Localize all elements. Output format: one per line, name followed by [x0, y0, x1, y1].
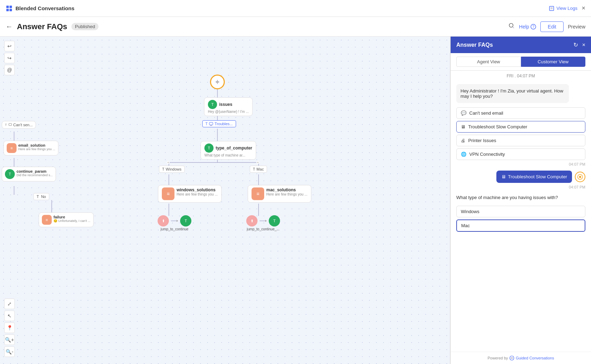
close-button[interactable]: × — [582, 5, 585, 12]
option-mac[interactable]: Mac — [456, 219, 585, 232]
right-panel: Answer FAQs ↻ × Agent View Customer View… — [450, 37, 591, 364]
help-icon: ? — [530, 24, 536, 30]
svg-rect-2 — [6, 9, 9, 11]
canvas-right-divider — [450, 37, 450, 364]
bot-avatar-icon — [577, 174, 583, 180]
panel-close-button[interactable]: × — [582, 41, 585, 48]
fit-screen-button[interactable]: ⤢ — [4, 299, 15, 309]
option-cant-send-email[interactable]: 💬 Can't send email — [456, 107, 585, 119]
option-printer-issues[interactable]: 🖨 Printer Issues — [456, 135, 585, 146]
header: ← Answer FAQs Published Help ? Edit Prev… — [0, 17, 591, 37]
pin-button[interactable]: 📍 — [4, 323, 15, 333]
branch-dot-left — [167, 161, 170, 164]
computer-icon: 🖥 — [461, 124, 465, 129]
status-badge: Published — [71, 23, 99, 30]
main-layout: T issues Hey @{userName} ! I'm ... T Tro… — [0, 37, 591, 364]
footer-powered-by: Powered by — [488, 356, 508, 360]
jump-to-continue-windows[interactable]: ⬆ T jump_to_continue — [158, 215, 191, 231]
svg-rect-33 — [209, 122, 213, 125]
agent-view-tab[interactable]: Agent View — [456, 57, 521, 67]
logs-icon — [549, 6, 554, 11]
app-title: Blended Conversations — [15, 5, 75, 11]
type-of-computer-node[interactable]: T type_of_computer What type of machine … — [201, 141, 256, 160]
continue-param-node[interactable]: T continue_param Did the recommended s..… — [2, 167, 56, 181]
vpn-icon: 🌐 — [461, 152, 466, 157]
printer-icon: 🖨 — [461, 138, 465, 143]
title-bar-right: View Logs × — [549, 5, 585, 12]
svg-rect-4 — [549, 6, 554, 11]
svg-rect-40 — [9, 123, 12, 126]
mac-solutions-node[interactable]: ≡ mac_solutions Here are few things you … — [248, 185, 311, 203]
failure-node[interactable]: ≡ failure 😔 Unfortunately, I can't ... — [39, 212, 94, 227]
machine-options: Windows Mac — [456, 206, 585, 232]
user-message-row: 🖥 Troubleshoot Slow Computer — [456, 171, 585, 183]
cursor-button[interactable]: ↖ — [4, 311, 15, 321]
svg-rect-0 — [6, 6, 9, 8]
zoom-in-button[interactable]: 🔍+ — [4, 334, 15, 345]
edit-button[interactable]: Edit — [540, 21, 564, 32]
no-branch[interactable]: T No — [33, 193, 49, 200]
panel-footer: Powered by Guided Conversations — [451, 352, 591, 364]
canvas-bottom-controls: ⤢ ↖ 📍 🔍+ 🔍- — [4, 299, 15, 357]
view-toggle: Agent View Customer View — [451, 53, 591, 71]
chat-icon-small — [8, 123, 12, 127]
user-avatar — [575, 172, 585, 182]
option-troubleshoot-slow-computer[interactable]: 🖥 Troubleshoot Slow Computer — [456, 121, 585, 133]
svg-line-8 — [513, 27, 514, 28]
windows-solutions-node[interactable]: ≡ windows_solutions Here are few things … — [158, 185, 222, 203]
svg-point-7 — [509, 24, 513, 27]
guided-conversations-icon — [509, 356, 514, 360]
customer-view-tab[interactable]: Customer View — [521, 57, 586, 67]
selected-computer-icon: 🖥 — [501, 174, 506, 179]
back-button[interactable]: ← — [6, 23, 13, 31]
start-icon — [214, 79, 221, 85]
panel-title: Answer FAQs — [456, 42, 493, 48]
email-solution-node[interactable]: ≡ email_solution Here are few things you… — [4, 141, 58, 155]
footer-brand: Guided Conversations — [516, 356, 554, 360]
view-logs-button[interactable]: View Logs — [549, 6, 578, 11]
panel-header: Answer FAQs ↻ × — [451, 37, 591, 53]
arrow-icon-2 — [259, 218, 267, 224]
undo-button[interactable]: ↩ — [4, 41, 15, 51]
svg-rect-3 — [9, 9, 12, 11]
help-button[interactable]: Help ? — [519, 24, 536, 30]
cant-send-icon: 💬 — [461, 110, 466, 116]
initial-options: 💬 Can't send email 🖥 Troubleshoot Slow C… — [456, 107, 585, 160]
header-right: Help ? Edit Preview — [508, 21, 585, 32]
machine-question: What type of machine are you having issu… — [456, 193, 585, 202]
panel-timestamp: FRI . 04:07 PM — [451, 71, 591, 80]
svg-rect-1 — [9, 6, 12, 8]
computer-icon — [209, 122, 213, 126]
title-bar: Blended Conversations View Logs × — [0, 0, 591, 17]
search-icon — [508, 23, 515, 29]
issues-node[interactable]: T issues Hey @{userName} ! I'm ... — [204, 97, 253, 116]
svg-marker-39 — [265, 220, 267, 222]
preview-button[interactable]: Preview — [568, 24, 585, 30]
chat-area[interactable]: Hey Administrator ! I'm Zia, your virtua… — [451, 80, 591, 352]
svg-point-42 — [579, 176, 581, 178]
refresh-button[interactable]: ↻ — [573, 41, 578, 48]
option-vpn-connectivity[interactable]: 🌐 VPN Connectivity — [456, 148, 585, 160]
redo-button[interactable]: ↪ — [4, 53, 15, 63]
jump-to-continue-mac[interactable]: ⬆ T jump_to_continue_... — [246, 215, 280, 231]
troubles-label-node[interactable]: T Troubles... — [202, 120, 236, 127]
svg-point-43 — [510, 356, 514, 360]
search-button[interactable] — [508, 23, 515, 31]
mention-button[interactable]: @ — [4, 65, 15, 75]
arrow-icon — [170, 218, 179, 224]
windows-branch[interactable]: T Windows — [159, 166, 185, 173]
zoom-out-button[interactable]: 🔍- — [4, 346, 15, 357]
header-left: ← Answer FAQs Published — [6, 22, 99, 31]
option-windows[interactable]: Windows — [456, 206, 585, 217]
bot-response-timestamp: 04:07 PM — [456, 185, 585, 189]
svg-marker-37 — [177, 220, 178, 222]
flow-canvas[interactable]: T issues Hey @{userName} ! I'm ... T Tro… — [0, 37, 450, 364]
title-bar-left: Blended Conversations — [6, 5, 75, 12]
cant-send-node[interactable]: T Can't sen... — [2, 121, 36, 129]
bot-greeting-message: Hey Administrator ! I'm Zia, your virtua… — [456, 84, 569, 103]
user-selected-message: 🖥 Troubleshoot Slow Computer — [496, 171, 572, 183]
start-node — [210, 75, 225, 89]
svg-text:?: ? — [532, 25, 534, 29]
mac-branch[interactable]: T Mac — [250, 166, 267, 173]
user-selection-timestamp: 04:07 PM — [456, 162, 585, 166]
